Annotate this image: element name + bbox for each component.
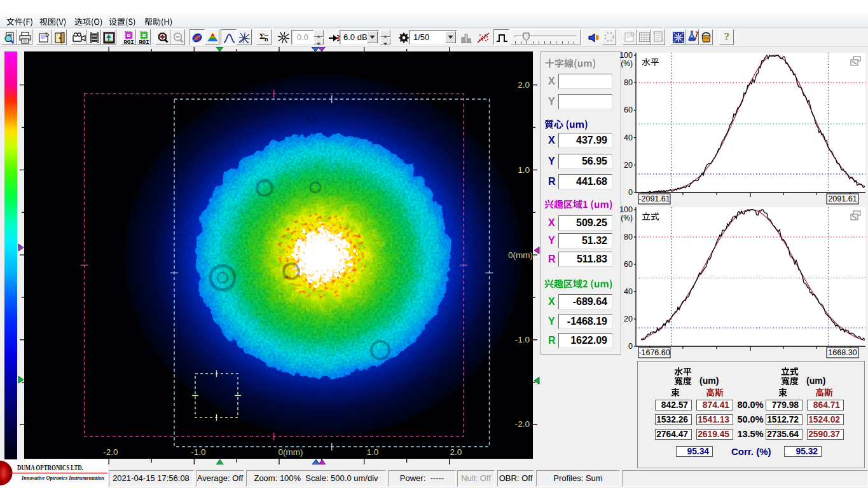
svg-text:40: 40	[624, 287, 633, 296]
svg-text:40: 40	[624, 133, 633, 142]
svg-text:?: ?	[724, 30, 730, 43]
svg-text:ROI: ROI	[139, 39, 149, 44]
svg-text:100: 100	[619, 205, 633, 214]
svg-text:80: 80	[624, 233, 633, 241]
svg-text:-2091.61: -2091.61	[638, 194, 670, 203]
svg-text:Innovative Optronics Instrumen: Innovative Optronics Instrumentation	[21, 475, 104, 481]
svg-text:(%): (%)	[621, 214, 633, 222]
svg-text:2.0: 2.0	[450, 447, 462, 457]
svg-text:(%): (%)	[621, 59, 633, 68]
svg-text:0: 0	[628, 342, 633, 351]
svg-text:-1.0: -1.0	[515, 335, 530, 344]
svg-text:20: 20	[624, 161, 633, 170]
svg-text:-1676.60: -1676.60	[638, 348, 670, 357]
svg-text:0: 0	[628, 188, 633, 197]
svg-text:1668.30: 1668.30	[828, 348, 857, 357]
svg-text:ROI: ROI	[123, 39, 134, 44]
svg-text:DUMA OPTRONICS LTD.: DUMA OPTRONICS LTD.	[17, 463, 83, 472]
svg-text:80: 80	[624, 78, 633, 87]
svg-text:60: 60	[624, 260, 633, 269]
svg-text:0(mm): 0(mm)	[508, 250, 533, 260]
svg-text:2091.61: 2091.61	[828, 194, 857, 203]
svg-text:-1.0: -1.0	[191, 447, 205, 457]
svg-text:1.0: 1.0	[367, 447, 379, 457]
svg-text:n: n	[265, 36, 268, 43]
svg-text:20: 20	[624, 315, 633, 323]
svg-text:1.0: 1.0	[518, 165, 530, 175]
svg-text:2.0: 2.0	[518, 80, 530, 90]
svg-text:-2.0: -2.0	[515, 419, 530, 429]
svg-text:0(mm): 0(mm)	[279, 447, 303, 457]
svg-text:-2.0: -2.0	[103, 447, 118, 457]
svg-text:60: 60	[624, 105, 633, 114]
